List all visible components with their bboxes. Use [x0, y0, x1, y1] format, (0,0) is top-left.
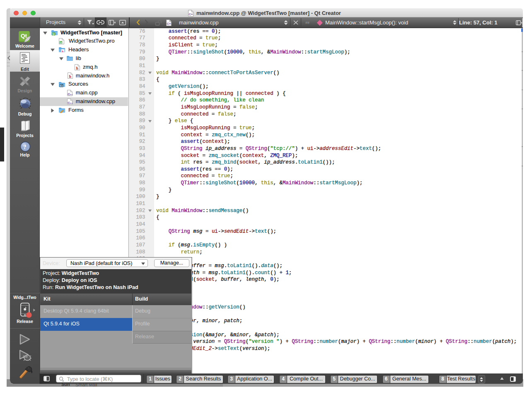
svg-text:++: ++	[70, 93, 73, 95]
svg-text:h: h	[62, 50, 63, 53]
svg-text:C+: C+	[189, 12, 193, 16]
svg-text:?: ?	[23, 144, 27, 150]
svg-text:C+: C+	[167, 22, 171, 26]
svg-text:Qt: Qt	[60, 42, 62, 44]
svg-text:C+: C+	[60, 84, 63, 87]
svg-text:h: h	[76, 65, 78, 70]
svg-text:Qt: Qt	[52, 33, 55, 35]
svg-text:++: ++	[70, 101, 73, 104]
svg-text:h: h	[69, 74, 71, 79]
